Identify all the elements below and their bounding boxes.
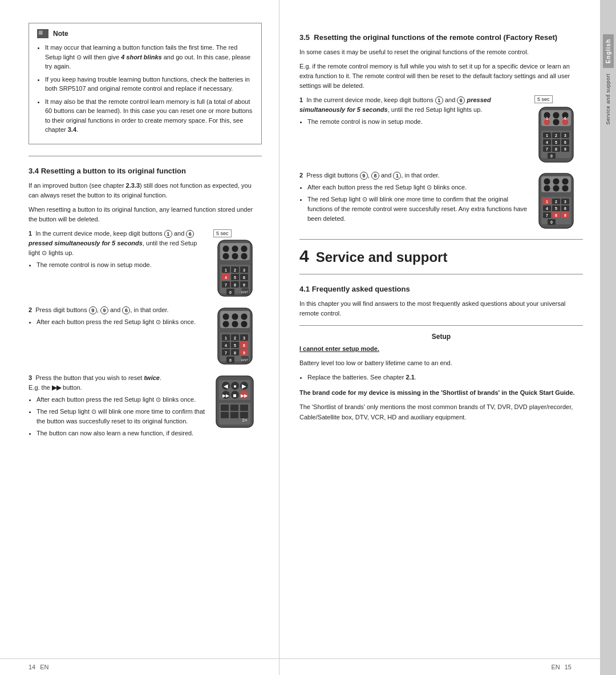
step-2-row: 2 Press digit buttons 9, 9 and 6, in tha… xyxy=(29,305,262,369)
svg-point-7 xyxy=(241,253,248,260)
svg-text:4: 4 xyxy=(546,140,548,144)
svg-text:2: 2 xyxy=(555,134,557,138)
svg-point-119 xyxy=(562,178,569,185)
r2-btn-8: 8 xyxy=(371,172,379,180)
note-item-1: It may occur that learning a button func… xyxy=(45,43,253,71)
svg-text:ENT: ENT xyxy=(241,290,248,294)
svg-point-35 xyxy=(241,313,248,320)
svg-text:6: 6 xyxy=(564,116,566,120)
svg-text:3: 3 xyxy=(564,134,566,138)
svg-point-37 xyxy=(232,321,238,328)
step-1-bullets: The remote control is now in setup mode. xyxy=(29,260,208,270)
svg-point-5 xyxy=(222,253,229,260)
svg-text:1: 1 xyxy=(546,200,548,204)
section-3-5-para2: E.g. if the remote control memory is ful… xyxy=(299,62,583,91)
footer-left-lang: EN xyxy=(40,664,48,670)
svg-point-36 xyxy=(222,321,229,328)
side-tab-service: Service and support xyxy=(603,69,613,130)
svg-point-118 xyxy=(553,178,560,185)
chapter-4-title: Service and support xyxy=(316,249,448,265)
section-3-4-para2: When resetting a button to its original … xyxy=(29,205,262,224)
svg-text:7: 7 xyxy=(546,147,548,151)
side-tab-english: English xyxy=(603,34,614,68)
svg-text:5: 5 xyxy=(555,207,557,211)
svg-rect-80 xyxy=(221,412,229,418)
right-step-2-image: 1 2 3 4 5 6 7 8 9 0 xyxy=(534,171,583,232)
chapter-4-num: 4 xyxy=(299,246,309,266)
note-title: Note xyxy=(53,30,68,38)
note-item-2: If you keep having trouble learning butt… xyxy=(45,75,253,94)
svg-point-90 xyxy=(553,119,560,126)
svg-text:6: 6 xyxy=(564,140,566,144)
remote-svg-2: 1 2 3 4 5 6 7 8 9 0 ENT xyxy=(213,305,258,367)
svg-text:●: ● xyxy=(233,383,237,389)
svg-text:0: 0 xyxy=(229,290,232,294)
footer-left: 14 EN xyxy=(29,664,49,670)
svg-text:0: 0 xyxy=(550,154,553,158)
svg-text:4: 4 xyxy=(225,276,227,280)
setup-sub-header: Setup xyxy=(299,333,583,341)
svg-text:0: 0 xyxy=(229,358,232,362)
step-3-bullets: After each button press the red Setup li… xyxy=(29,395,208,438)
svg-text:2: 2 xyxy=(234,268,236,272)
btn-6-circle: 6 xyxy=(186,230,194,238)
step-3-bullet-2: The red Setup light ⊙ will blink one mor… xyxy=(37,407,208,426)
section-4-1-para: In this chapter you will find answers to… xyxy=(299,299,583,318)
svg-rect-78 xyxy=(230,405,238,411)
svg-text:6: 6 xyxy=(243,343,245,347)
note-box: Note It may occur that learning a button… xyxy=(29,23,262,144)
svg-point-3 xyxy=(232,245,238,252)
svg-text:9: 9 xyxy=(243,351,245,355)
svg-text:9: 9 xyxy=(564,213,566,217)
section-3-4-header: 3.4 Resetting a button to its original f… xyxy=(29,167,262,175)
divider-1 xyxy=(29,156,262,156)
section-3-5-title-block: 3.5 Resetting the original functions of … xyxy=(299,23,583,47)
section-3-5-text: Resetting the original functions of the … xyxy=(314,33,557,42)
note-list: It may occur that learning a button func… xyxy=(37,43,253,135)
svg-text:4: 4 xyxy=(546,207,548,211)
svg-point-121 xyxy=(553,185,560,192)
section-4-1-divider xyxy=(299,274,583,274)
page-footer: 14 EN EN 15 xyxy=(0,658,600,675)
step-1-row: 1 In the current device mode, keep digit… xyxy=(29,229,262,301)
five-sec-badge: 5 sec xyxy=(213,229,232,237)
right-step-1-image: 5 sec xyxy=(534,95,583,166)
svg-point-120 xyxy=(544,185,550,192)
svg-rect-77 xyxy=(221,405,229,411)
step-3-row: 3 Press the button that you wish to rese… xyxy=(29,373,262,440)
footer-right-lang: EN xyxy=(551,664,560,670)
svg-point-117 xyxy=(544,178,550,185)
step-1-image: 5 sec xyxy=(213,229,262,301)
section-3-5-para1: In some cases it may be useful to reset … xyxy=(299,47,583,57)
svg-text:▶: ▶ xyxy=(242,383,246,389)
right-step-1-row: 1 In the current device mode, keep digit… xyxy=(299,95,583,166)
right-step-1-bullets: The remote control is now in setup mode. xyxy=(299,117,529,127)
r-btn-1: 1 xyxy=(435,96,443,104)
svg-rect-81 xyxy=(230,412,238,418)
right-step-2-bullet-1: After each button press the red Setup li… xyxy=(307,183,529,192)
r-btn-6: 6 xyxy=(457,96,465,104)
svg-text:7: 7 xyxy=(225,351,227,355)
left-column: Note It may occur that learning a button… xyxy=(0,0,279,675)
svg-text:3: 3 xyxy=(243,268,245,272)
svg-point-34 xyxy=(232,313,238,320)
svg-text:0: 0 xyxy=(550,220,553,224)
note-icon xyxy=(37,29,48,38)
right-step-2-bullets: After each button press the red Setup li… xyxy=(299,183,529,224)
svg-text:7: 7 xyxy=(225,283,227,287)
svg-point-2 xyxy=(222,245,229,252)
btn-6-circle-b: 6 xyxy=(122,306,130,314)
svg-text:1: 1 xyxy=(546,116,548,120)
setup-section: Setup I cannot enter setup mode. Battery… xyxy=(299,333,583,422)
svg-text:6: 6 xyxy=(243,276,245,280)
a1-list: Replace the batteries. See chapter 2.1. xyxy=(299,373,583,382)
svg-text:5: 5 xyxy=(234,276,236,280)
svg-text:⏹: ⏹ xyxy=(233,393,237,398)
svg-rect-79 xyxy=(240,405,248,411)
svg-text:3: 3 xyxy=(243,336,245,340)
q2-text: The brand code for my device is missing … xyxy=(299,388,583,398)
right-step-2-bullet-2: The red Setup light ⊙ will blink one mor… xyxy=(307,195,529,224)
footer-left-page: 14 xyxy=(29,664,35,670)
btn-9-circle-b: 9 xyxy=(100,306,108,314)
svg-text:9: 9 xyxy=(243,283,245,287)
